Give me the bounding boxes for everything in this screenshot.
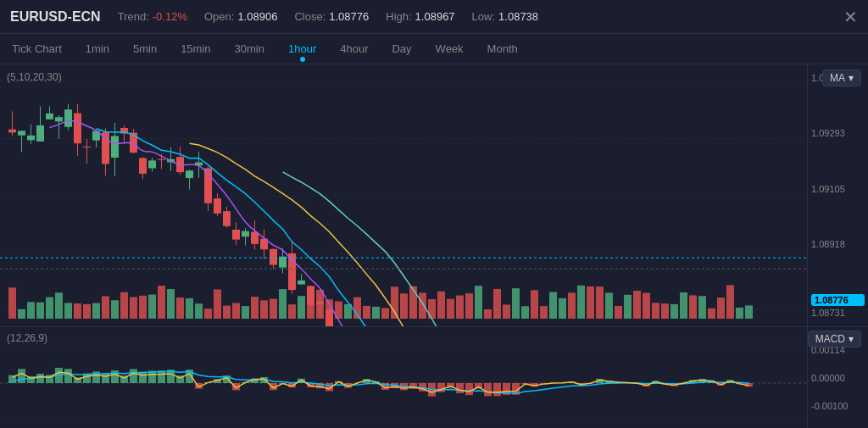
- timeframe-1min[interactable]: 1min: [74, 39, 121, 58]
- price-level-6: 1.08731: [811, 308, 865, 318]
- macd-chart-canvas: [0, 327, 807, 428]
- macd-label: (12,26,9): [7, 332, 47, 344]
- timeframe-5min[interactable]: 5min: [121, 39, 169, 58]
- trend-value: -0.12%: [153, 10, 187, 23]
- close-stat: Close: 1.08776: [294, 10, 369, 23]
- high-label: High:: [386, 10, 411, 23]
- macd-price-2: 0.00000: [811, 373, 865, 383]
- close-label: Close:: [294, 10, 326, 23]
- macd-dropdown[interactable]: MACD ▾: [808, 331, 861, 347]
- main-chart: (5,10,20,30) MA ▾ 1.09480 1.09293 1.0910…: [0, 64, 868, 327]
- open-stat: Open: 1.08906: [204, 10, 277, 23]
- price-level-2: 1.09293: [811, 128, 865, 138]
- macd-dropdown-label: MACD: [815, 333, 845, 345]
- timeframe-15min[interactable]: 15min: [169, 39, 222, 58]
- timeframe-Week[interactable]: Week: [424, 39, 476, 58]
- timeframe-Day[interactable]: Day: [380, 39, 423, 58]
- symbol-label: EURUSD-ECN: [10, 9, 101, 25]
- low-stat: Low: 1.08738: [472, 10, 538, 23]
- trend-label: Trend:: [118, 10, 149, 23]
- price-level-3: 1.09105: [811, 184, 865, 194]
- timeframe-1hour[interactable]: 1hour: [276, 39, 328, 58]
- low-value: 1.08738: [498, 10, 538, 23]
- current-price-tag: 1.08776: [811, 294, 865, 306]
- timeframe-Month[interactable]: Month: [476, 39, 530, 58]
- close-value: 1.08776: [329, 10, 369, 23]
- timeframe-30min[interactable]: 30min: [223, 39, 276, 58]
- chart-area: (5,10,20,30) MA ▾ 1.09480 1.09293 1.0910…: [0, 64, 868, 428]
- macd-chart: (12,26,9) MACD ▾ 0.00114 0.00000 -0.0010…: [0, 327, 868, 428]
- high-value: 1.08967: [415, 10, 455, 23]
- timeframe-Tick-Chart[interactable]: Tick Chart: [0, 39, 74, 58]
- macd-chevron-icon: ▾: [849, 333, 854, 345]
- main-chart-canvas: [0, 64, 807, 327]
- ma-label: (5,10,20,30): [7, 71, 62, 83]
- macd-price-3: -0.00100: [811, 401, 865, 411]
- header-bar: EURUSD-ECN Trend: -0.12% Open: 1.08906 C…: [0, 0, 868, 34]
- close-button[interactable]: ✕: [843, 7, 858, 27]
- open-value: 1.08906: [237, 10, 277, 23]
- price-level-4: 1.08918: [811, 239, 865, 249]
- trend-stat: Trend: -0.12%: [118, 10, 187, 23]
- ma-dropdown-label: MA: [830, 72, 845, 84]
- high-stat: High: 1.08967: [386, 10, 454, 23]
- timeframe-4hour[interactable]: 4hour: [328, 39, 380, 58]
- ma-dropdown[interactable]: MA ▾: [822, 69, 861, 86]
- low-label: Low:: [472, 10, 495, 23]
- timeframe-bar: Tick Chart1min5min15min30min1hour4hourDa…: [0, 34, 868, 64]
- price-axis: 1.09480 1.09293 1.09105 1.08918 1.08776 …: [807, 64, 868, 326]
- open-label: Open:: [204, 10, 234, 23]
- ma-chevron-icon: ▾: [849, 72, 854, 84]
